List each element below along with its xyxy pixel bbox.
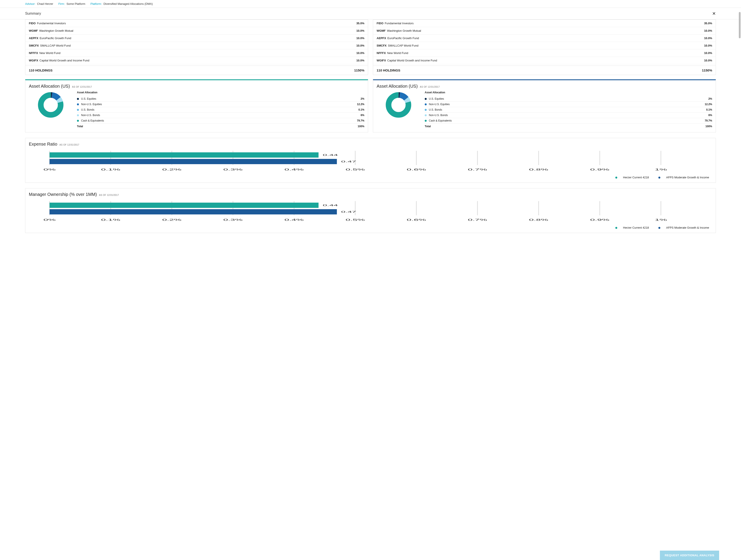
- holdings-total: 1150%: [354, 68, 364, 72]
- svg-text:1%: 1%: [655, 168, 667, 171]
- table-row: FIDOFundamental Investors35.0%: [25, 20, 368, 27]
- holdings-list[interactable]: FIDOFundamental Investors35.0%WGMFWashin…: [25, 20, 368, 66]
- firm-label: Firm:: [58, 2, 65, 5]
- page-title: Summary: [25, 11, 41, 16]
- table-row: WGIFXCapital World Growth and Income Fun…: [373, 57, 716, 64]
- breadcrumb: Advisor: Chad Herzer Firm: Some Platform…: [0, 0, 741, 8]
- table-row: CAIFXCapital Income Builder10.0%: [373, 64, 716, 66]
- allocation-table: Asset Allocation U.S. Equities2%Non-U.S.…: [425, 90, 712, 128]
- svg-rect-58: [50, 203, 319, 208]
- holdings-card-right: FIDOFundamental Investors35.0%WGMFWashin…: [373, 19, 716, 75]
- table-row: AEPFXEuroPacific Growth Fund10.0%: [25, 34, 368, 42]
- allocation-card-right: Asset Allocation (US) AS OF 12/31/2017 A…: [373, 79, 716, 132]
- allocation-row: U.S. Equities2%: [77, 96, 364, 101]
- svg-text:0.9%: 0.9%: [590, 168, 609, 171]
- legend-dot-b: [658, 227, 660, 229]
- holdings-count: 110 HOLDINGS: [377, 68, 400, 72]
- expense-title: Expense Ratio: [29, 142, 57, 147]
- svg-text:0%: 0%: [44, 218, 56, 221]
- allocation-row: Non-U.S. Bonds6%: [77, 113, 364, 118]
- allocation-row: U.S. Bonds0.1%: [77, 107, 364, 113]
- platform-label: Platform:: [90, 2, 102, 5]
- table-row: CAIFXCapital Income Builder10.0%: [25, 64, 368, 66]
- svg-rect-60: [50, 209, 337, 214]
- allocation-row: Non-U.S. Equities12.2%: [77, 101, 364, 107]
- svg-text:0.6%: 0.6%: [407, 168, 426, 171]
- donut-chart: [38, 92, 64, 118]
- svg-text:0%: 0%: [44, 168, 56, 171]
- donut-chart: [385, 92, 412, 118]
- firm-value: Some Platform: [66, 2, 85, 5]
- svg-text:0.7%: 0.7%: [468, 168, 487, 171]
- allocation-row: Cash & Equivalents79.7%: [77, 118, 364, 124]
- svg-text:0.3%: 0.3%: [223, 168, 243, 171]
- manager-bar-chart: 0%0.1%0.2%0.3%0.4%0.5%0.6%0.7%0.8%0.9%1%…: [32, 200, 709, 224]
- holdings-count: 110 HOLDINGS: [29, 68, 53, 72]
- allocation-title: Asset Allocation (US): [377, 84, 418, 89]
- expense-ratio-card: Expense Ratio As Of 12/31/2017 0%0.1%0.2…: [25, 138, 716, 183]
- summary-bar: Summary ✕: [0, 8, 741, 19]
- svg-text:0.47: 0.47: [341, 160, 356, 163]
- table-row: WGMFWashington Growth Mutual10.0%: [25, 27, 368, 34]
- table-row: FIDOFundamental Investors35.0%: [373, 20, 716, 27]
- allocation-row: U.S. Bonds0.1%: [425, 107, 712, 113]
- svg-rect-34: [50, 159, 337, 164]
- svg-text:0.9%: 0.9%: [590, 218, 609, 221]
- svg-text:0.7%: 0.7%: [468, 218, 487, 221]
- svg-text:0.47: 0.47: [341, 210, 356, 213]
- allocation-table: Asset Allocation U.S. Equities2%Non-U.S.…: [77, 90, 364, 128]
- table-row: SMCFXSMALLCAP World Fund10.0%: [25, 42, 368, 49]
- chart-legend: Herzer Current 4218 AFPS Moderate Growth…: [25, 174, 716, 179]
- allocation-row: Cash & Equivalents79.7%: [425, 118, 712, 124]
- svg-text:0.1%: 0.1%: [101, 168, 120, 171]
- svg-rect-32: [50, 152, 319, 158]
- svg-text:0.44: 0.44: [323, 154, 338, 156]
- svg-text:0.4%: 0.4%: [284, 168, 304, 171]
- table-row: NFFFXNew World Fund10.0%: [373, 49, 716, 57]
- svg-text:0.5%: 0.5%: [346, 218, 365, 221]
- manager-ownership-card: Manager Ownership (% over 1MM) As Of 12/…: [25, 188, 716, 233]
- svg-text:0.2%: 0.2%: [162, 218, 182, 221]
- svg-text:0.1%: 0.1%: [101, 218, 120, 221]
- manager-title: Manager Ownership (% over 1MM): [29, 192, 97, 197]
- allocation-card-left: Asset Allocation (US) AS OF 12/31/2017 A…: [25, 79, 368, 132]
- allocation-asof: AS OF 12/31/2017: [72, 86, 92, 88]
- svg-text:0.8%: 0.8%: [529, 218, 548, 221]
- expense-bar-chart: 0%0.1%0.2%0.3%0.4%0.5%0.6%0.7%0.8%0.9%1%…: [32, 150, 709, 174]
- scrollbar[interactable]: [739, 12, 741, 251]
- allocation-row: Non-U.S. Bonds6%: [425, 113, 712, 118]
- allocation-title: Asset Allocation (US): [29, 84, 70, 89]
- table-row: NFFFXNew World Fund10.0%: [25, 49, 368, 57]
- advisor-label: Advisor:: [25, 2, 36, 5]
- table-row: WGIFXCapital World Growth and Income Fun…: [25, 57, 368, 64]
- svg-text:0.5%: 0.5%: [346, 168, 365, 171]
- table-row: WGMFWashington Growth Mutual10.0%: [373, 27, 716, 34]
- svg-text:0.8%: 0.8%: [529, 168, 548, 171]
- platform-value: Diversified Managed Allocations (DMA): [104, 2, 152, 5]
- svg-text:0.3%: 0.3%: [223, 218, 243, 221]
- svg-text:0.2%: 0.2%: [162, 168, 182, 171]
- table-row: SMCFXSMALLCAP World Fund10.0%: [373, 42, 716, 49]
- svg-text:0.4%: 0.4%: [284, 218, 304, 221]
- legend-dot-b: [658, 177, 660, 179]
- expense-asof: As Of 12/31/2017: [59, 144, 79, 146]
- allocation-row: Non-U.S. Equities12.2%: [425, 101, 712, 107]
- table-row: AEPFXEuroPacific Growth Fund10.0%: [373, 34, 716, 42]
- legend-dot-a: [615, 227, 617, 229]
- svg-text:0.44: 0.44: [323, 204, 338, 207]
- close-icon[interactable]: ✕: [712, 11, 716, 16]
- advisor-value: Chad Herzer: [37, 2, 53, 5]
- allocation-asof: AS OF 12/31/2017: [420, 86, 440, 88]
- svg-text:1%: 1%: [655, 218, 667, 221]
- manager-asof: As Of 12/31/2017: [99, 194, 119, 196]
- svg-text:0.6%: 0.6%: [407, 218, 426, 221]
- legend-dot-a: [615, 177, 617, 179]
- chart-legend: Herzer Current 4218 AFPS Moderate Growth…: [25, 225, 716, 229]
- holdings-total: 1150%: [702, 68, 712, 72]
- holdings-list[interactable]: FIDOFundamental Investors35.0%WGMFWashin…: [373, 20, 716, 66]
- holdings-card-left: FIDOFundamental Investors35.0%WGMFWashin…: [25, 19, 368, 75]
- allocation-row: U.S. Equities2%: [425, 96, 712, 101]
